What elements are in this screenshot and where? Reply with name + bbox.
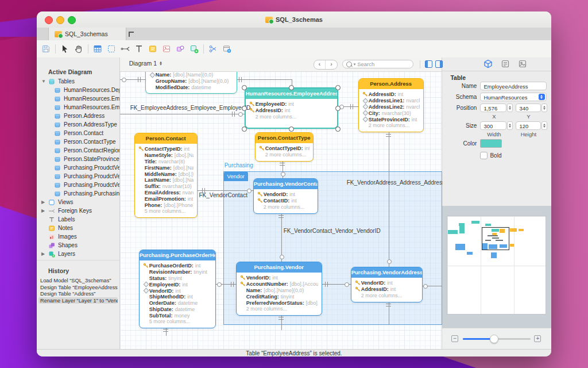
text-label-icon[interactable] — [134, 44, 144, 54]
tab-sql-3schemas[interactable]: SQL_3schemas — [48, 28, 126, 40]
relationship-line — [389, 132, 389, 267]
inspector-tabs — [442, 57, 551, 71]
selection-icon[interactable] — [106, 44, 116, 54]
selection-handle[interactable] — [335, 106, 341, 111]
history-item[interactable]: Design Table “EmployeeAddress” — [38, 284, 118, 290]
search-input[interactable]: ▾ Search — [342, 60, 413, 68]
tab-image-icon[interactable] — [518, 59, 527, 68]
relation-icon[interactable] — [120, 44, 130, 54]
sidebar-group-shapes[interactable]: Shapes — [37, 241, 119, 250]
title-bar[interactable]: SQL_3schemas — [37, 12, 551, 28]
canvas-toolbar: Diagram 1 ▲▼ ‹ › ▾ Search — [120, 57, 442, 72]
sidebar-item-table[interactable]: Person.ContactRegion — [37, 146, 119, 155]
sidebar-group-tables[interactable]: ▼ Tables — [37, 77, 119, 86]
zoom-slider-knob[interactable] — [490, 335, 498, 343]
table-column-row: LastName:[dbo].[Name](0... — [138, 177, 194, 183]
toggle-right-panel-button[interactable] — [435, 60, 443, 68]
size-height-stepper[interactable] — [541, 121, 547, 130]
history-item[interactable]: Load Model “SQL_3schemas” — [38, 277, 118, 283]
tab-properties-cube-icon[interactable] — [483, 59, 493, 68]
sidebar-group-views[interactable]: ▶ Views — [37, 198, 119, 206]
model-convert-icon[interactable] — [222, 44, 231, 54]
layer-icon[interactable] — [189, 44, 199, 54]
cardinality-ticks-icon — [280, 162, 285, 167]
diagram-table[interactable]: Purchasing.VendorAddress VendorID:int Ad… — [351, 267, 423, 302]
shape-icon[interactable] — [175, 44, 185, 54]
zoom-in-button[interactable]: + — [534, 335, 541, 342]
diagram-table[interactable]: Purchasing.PurchaseOrderHeader PurchaseO… — [139, 250, 216, 328]
diagram-canvas[interactable]: PurchasingVendorHumanResources.Departmen… — [120, 71, 443, 349]
selection-handle[interactable] — [335, 126, 341, 132]
sidebar-item-table[interactable]: HumanResources.Emplo... — [37, 94, 119, 103]
bold-checkbox[interactable] — [480, 152, 488, 159]
position-y-stepper[interactable] — [541, 103, 547, 112]
sidebar-group-layers[interactable]: ▶ Layers — [37, 250, 119, 258]
toolbar-separator — [55, 44, 56, 53]
birds-eye-view[interactable] — [447, 216, 546, 315]
diagram-table[interactable]: HumanResources.Department DepartmentID:i… — [145, 71, 237, 94]
schema-select-chevrons-icon[interactable] — [539, 94, 545, 100]
size-height-input[interactable]: 120 — [516, 121, 541, 130]
sidebar-group-images[interactable]: Images — [37, 232, 119, 241]
diagram-table[interactable]: Person.ContactType ContactTypeID:int2 mo… — [255, 132, 314, 162]
position-label: Position — [447, 105, 477, 111]
pointer-icon[interactable] — [60, 44, 69, 54]
sidebar-item-table[interactable]: HumanResources.Depar... — [37, 86, 119, 94]
sidebar-item-table[interactable]: Purchasing.ProudctVen... — [37, 172, 119, 181]
sidebar-item-table[interactable]: Purchasing.ProudctVen... — [37, 181, 119, 189]
selection-handle[interactable] — [289, 126, 294, 132]
toggle-left-panel-button[interactable] — [425, 60, 432, 68]
diagram-table[interactable]: Person.Address AddressID:int AddressLine… — [358, 78, 424, 132]
color-swatch[interactable] — [480, 139, 502, 148]
sidebar-group-labels[interactable]: Labels — [37, 215, 119, 224]
sidebar-item-table[interactable]: Person.Address — [37, 112, 119, 120]
name-input[interactable]: EmployeeAddress — [480, 82, 547, 90]
sidebar-item-table[interactable]: Person.ContactType — [37, 137, 119, 146]
history-item[interactable]: Rename Layer “Layer 1” to “Vendor” — [38, 297, 118, 304]
size-width-stepper[interactable] — [507, 121, 513, 130]
more-columns-label: 2 more columns... — [355, 293, 419, 299]
sidebar-item-table[interactable]: Purchasing.Purchasing... — [37, 189, 119, 198]
schema-select[interactable]: HumanResources — [480, 93, 547, 101]
position-x-stepper[interactable] — [507, 103, 513, 112]
size-width-input[interactable]: 300 — [480, 121, 506, 130]
new-table-icon[interactable] — [92, 44, 102, 54]
sidebar-group-notes[interactable]: Notes — [37, 224, 119, 232]
diagram-table[interactable]: HumanResources.EmployeeAddress EmployeeI… — [245, 87, 338, 129]
note-icon[interactable] — [148, 44, 157, 54]
nav-forward-button[interactable]: › — [326, 60, 337, 69]
cardinality-ticks-icon — [278, 214, 284, 219]
diagram-table[interactable]: Purchasing.VendorContact VendorID:int Co… — [253, 178, 318, 214]
tab-label: SQL_3schemas — [65, 30, 108, 37]
sidebar-item-table[interactable]: HumanResources.Emplo... — [37, 103, 119, 112]
sidebar-item-table[interactable]: Person.Contact — [37, 129, 119, 137]
layer-tab-vendor[interactable]: Vendor — [224, 171, 248, 181]
sidebar-item-table[interactable]: Purchasing.ProudctVen... — [37, 163, 119, 172]
selection-handle[interactable] — [242, 85, 247, 90]
selection-handle[interactable] — [335, 85, 341, 90]
hand-icon[interactable] — [74, 44, 83, 54]
table-column-row: RevisionNumber:tinyint — [143, 269, 212, 275]
table-column-row: ShipMethodID:int — [143, 294, 212, 300]
sidebar-group-foreign-keys[interactable]: ▶ Foreign Keys — [37, 206, 119, 215]
image-icon[interactable] — [161, 44, 171, 54]
chevron-down-icon: ▼ — [41, 79, 46, 84]
selection-handle[interactable] — [242, 106, 247, 111]
diagram-selector[interactable]: Diagram 1 ▲▼ — [129, 60, 163, 67]
nav-back-button[interactable]: ‹ — [314, 60, 326, 69]
selection-handle[interactable] — [289, 85, 294, 90]
sidebar-item-table[interactable]: Person.AddressType — [37, 120, 119, 129]
diagram-table[interactable]: Person.Contact ContactTypeID:int NameSty… — [134, 133, 198, 218]
selection-handle[interactable] — [242, 126, 247, 132]
zoom-out-button[interactable]: − — [451, 335, 458, 342]
tab-note-icon[interactable] — [501, 59, 510, 68]
minimap-viewport[interactable] — [482, 227, 509, 250]
auto-layout-icon[interactable] — [208, 44, 218, 54]
history-item[interactable]: Design Table “Address” — [38, 290, 118, 297]
position-x-input[interactable]: 1,576 — [480, 103, 506, 112]
table-column-row: Phone:[dbo].[Phone](0,0) — [138, 202, 194, 208]
sidebar-item-table[interactable]: Person.StateProvince — [37, 155, 119, 163]
save-icon[interactable] — [41, 44, 51, 54]
diagram-table[interactable]: Purchasing.Vendor VendorID:int AccountNu… — [236, 262, 322, 316]
position-y-input[interactable]: 340 — [516, 103, 541, 112]
